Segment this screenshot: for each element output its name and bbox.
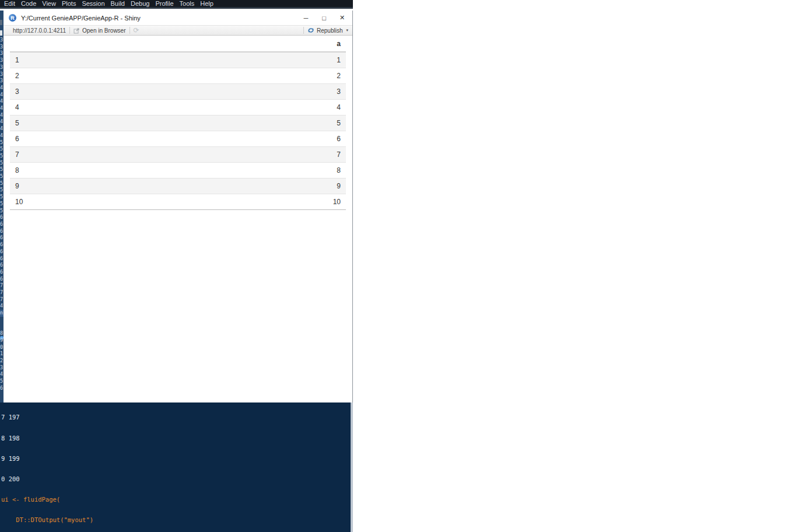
- row-value: 5: [178, 115, 346, 131]
- maximize-button[interactable]: □: [315, 10, 333, 25]
- app-url: http://127.0.0.1:4211: [13, 27, 66, 34]
- menu-profile[interactable]: Profile: [152, 0, 176, 8]
- row-value: 10: [178, 194, 346, 209]
- row-name: 6: [10, 131, 178, 146]
- toolbar-separator: [130, 27, 130, 34]
- row-value: 2: [178, 68, 346, 83]
- rstudio-menubar: Edit Code View Plots Session Build Debug…: [0, 0, 353, 9]
- window-controls: ─ □ ✕: [297, 10, 351, 25]
- row-value: 6: [178, 131, 346, 146]
- menu-build[interactable]: Build: [108, 0, 128, 8]
- row-name: 2: [10, 68, 178, 83]
- console-line: 8 198: [1, 435, 215, 442]
- row-name: 1: [10, 52, 178, 68]
- row-value: 7: [178, 146, 346, 162]
- menu-debug[interactable]: Debug: [128, 0, 152, 8]
- menu-code[interactable]: Code: [18, 0, 39, 8]
- toolbar-separator: [303, 27, 304, 34]
- console-line: ui <- fluidPage(: [1, 496, 215, 503]
- menu-tools[interactable]: Tools: [177, 0, 198, 8]
- row-value: 1: [178, 52, 346, 68]
- window-title: Y:/Current GenieAPP/GenieApp-R - Shiny: [21, 15, 141, 22]
- table-header-row: a: [10, 36, 346, 52]
- column-header-a[interactable]: a: [178, 36, 346, 52]
- row-name: 5: [10, 115, 178, 131]
- console-output: 7 197 8 198 9 199 0 200 ui <- fluidPage(…: [1, 402, 215, 532]
- row-value: 9: [178, 178, 346, 194]
- republish-label: Republish: [317, 27, 342, 34]
- open-in-browser-icon: [74, 27, 80, 34]
- browser-toolbar: http://127.0.0.1:4211 Open in Browser ⟳: [4, 25, 352, 36]
- table-row[interactable]: 2 2: [10, 68, 346, 83]
- console-line: 0 200: [1, 476, 215, 483]
- rowname-header[interactable]: [10, 36, 178, 52]
- republish-caret-icon[interactable]: ▾: [346, 28, 348, 33]
- console-scrollbar[interactable]: [351, 402, 353, 532]
- close-button[interactable]: ✕: [333, 10, 351, 25]
- menu-view[interactable]: View: [39, 0, 59, 8]
- menu-edit[interactable]: Edit: [1, 0, 18, 8]
- r-console[interactable]: 7 197 8 198 9 199 0 200 ui <- fluidPage(…: [0, 402, 353, 532]
- table-row[interactable]: 4 4: [10, 99, 346, 115]
- console-line: DT::DTOutput("myout"): [1, 517, 215, 524]
- minimize-button[interactable]: ─: [297, 10, 315, 25]
- table-row[interactable]: 5 5: [10, 115, 346, 131]
- r-logo-icon: R: [9, 14, 16, 22]
- window-titlebar[interactable]: R Y:/Current GenieAPP/GenieApp-R - Shiny…: [4, 10, 352, 25]
- rstudio-screen: Edit Code View Plots Session Build Debug…: [0, 0, 805, 532]
- data-table: a 1 1 2 2 3 3: [10, 36, 346, 210]
- republish-icon: [307, 27, 314, 34]
- table-row[interactable]: 1 1: [10, 52, 346, 68]
- table-row[interactable]: 8 8: [10, 162, 346, 178]
- row-value: 8: [178, 162, 346, 178]
- console-line: 9 199: [1, 456, 215, 463]
- table-row[interactable]: 10 10: [10, 194, 346, 209]
- row-name: 10: [10, 194, 178, 209]
- menu-plots[interactable]: Plots: [59, 0, 79, 8]
- gutter-mark: [0, 20, 2, 25]
- table-row[interactable]: 3 3: [10, 83, 346, 99]
- row-name: 3: [10, 83, 178, 99]
- table-row[interactable]: 6 6: [10, 131, 346, 146]
- shiny-preview-window: R Y:/Current GenieAPP/GenieApp-R - Shiny…: [4, 10, 353, 402]
- menu-help[interactable]: Help: [197, 0, 216, 8]
- menu-session[interactable]: Session: [79, 0, 107, 8]
- open-in-browser-button[interactable]: Open in Browser: [82, 27, 125, 34]
- row-name: 9: [10, 178, 178, 194]
- row-name: 8: [10, 162, 178, 178]
- republish-button[interactable]: Republish ▾: [307, 27, 348, 34]
- row-value: 4: [178, 99, 346, 115]
- toolbar-separator: [69, 27, 70, 34]
- table-row[interactable]: 7 7: [10, 146, 346, 162]
- gutter-mark: [0, 30, 2, 36]
- console-line: 7 197: [1, 414, 215, 421]
- row-name: 4: [10, 99, 178, 115]
- row-value: 3: [178, 83, 346, 99]
- app-content: a 1 1 2 2 3 3: [4, 36, 352, 402]
- table-row[interactable]: 9 9: [10, 178, 346, 194]
- refresh-icon[interactable]: ⟳: [134, 27, 139, 33]
- row-name: 7: [10, 146, 178, 162]
